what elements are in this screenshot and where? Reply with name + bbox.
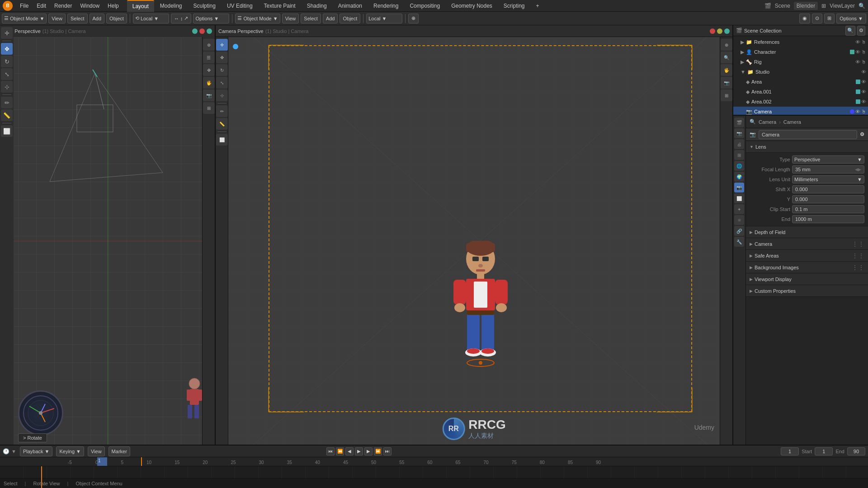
camera-name-input[interactable]: [759, 130, 857, 139]
transform-icons[interactable]: ↔ ↕ ↗: [171, 14, 192, 23]
studio-vis[interactable]: 👁: [861, 69, 866, 75]
vp-tool-1[interactable]: ⊕: [203, 39, 215, 51]
vp-r-tool-box[interactable]: ⬜: [216, 134, 228, 145]
camera-vis[interactable]: 👁: [855, 109, 860, 114]
camera-sel[interactable]: 🖱: [861, 109, 866, 114]
vp-tool-4[interactable]: 🖐: [203, 77, 215, 89]
props-tab-world[interactable]: 🌍: [734, 172, 744, 182]
menu-render[interactable]: Render: [51, 2, 75, 10]
shift-x-value[interactable]: 0.000: [792, 185, 864, 193]
clip-end-value[interactable]: 1000 m: [792, 215, 864, 223]
skip-end-btn[interactable]: ⏭: [383, 447, 392, 455]
xray-btn[interactable]: ⊞: [824, 14, 835, 23]
safe-areas-header[interactable]: ▶ Safe Areas ⋮⋮: [746, 250, 868, 262]
props-tab-view-layer[interactable]: ⊞: [734, 150, 744, 160]
viewport-left-canvas[interactable]: > Rotate: [0, 37, 215, 445]
props-tab-material[interactable]: ⬜: [734, 193, 744, 203]
scene-dropdown[interactable]: Blender: [794, 2, 818, 10]
vp-r-right-4[interactable]: 📷: [721, 77, 732, 89]
props-tab-object-data[interactable]: 📷: [734, 183, 744, 192]
menu-window[interactable]: Window: [76, 2, 103, 10]
vp-tool-2[interactable]: ☰: [203, 52, 215, 63]
annotate-tool[interactable]: ✏: [1, 97, 13, 108]
tab-scripting[interactable]: Scripting: [498, 0, 530, 12]
start-frame-input[interactable]: 1: [815, 447, 833, 455]
box-select-tool[interactable]: ⬜: [1, 125, 13, 137]
tab-uv-editing[interactable]: UV Editing: [222, 0, 258, 12]
vp-r-tool-trans[interactable]: ⊹: [216, 89, 228, 101]
rotate-tool-btn[interactable]: ↻: [1, 56, 13, 67]
cursor-tool[interactable]: ✛: [1, 27, 13, 39]
select-btn-right[interactable]: Select: [301, 14, 321, 23]
char-sel[interactable]: 🖱: [861, 49, 866, 55]
lens-section-header[interactable]: ▼ Lens: [746, 141, 868, 153]
bg-images-menu[interactable]: ⋮⋮: [852, 264, 864, 271]
vp-r-tool-cursor[interactable]: ✛: [216, 39, 228, 51]
camera-section-header[interactable]: ▶ Camera ⋮⋮: [746, 238, 868, 250]
playback-btn[interactable]: Playback ▼: [20, 446, 53, 456]
props-tab-particles[interactable]: ✦: [734, 204, 744, 214]
vp-r-tool-meas[interactable]: 📏: [216, 118, 228, 130]
rig-vis[interactable]: 👁: [855, 59, 860, 65]
outliner-add[interactable]: ⚙: [857, 26, 865, 36]
select-mode-left[interactable]: Options ▼: [193, 14, 229, 23]
vp-r-tool-rotate[interactable]: ↻: [216, 64, 228, 76]
area-vis[interactable]: 👁: [861, 79, 866, 84]
add-btn-left[interactable]: Add: [90, 14, 105, 23]
tab-geometry-nodes[interactable]: Geometry Nodes: [446, 0, 498, 12]
menu-help[interactable]: Help: [104, 2, 123, 10]
vp-display-header[interactable]: ▶ Viewport Display: [746, 273, 868, 285]
outliner-row-area002[interactable]: ◆ Area.002 👁: [733, 97, 868, 107]
breadcrumb-camera1[interactable]: Camera: [759, 119, 776, 125]
menu-edit[interactable]: Edit: [33, 2, 50, 10]
outliner-row-references[interactable]: ▶ 📁 References 👁 🖱: [733, 37, 868, 47]
area001-vis[interactable]: 👁: [861, 89, 866, 94]
vp-r-tool-scale[interactable]: ⤡: [216, 77, 228, 89]
focal-length-value[interactable]: 35 mm ◀▶: [792, 165, 864, 174]
menu-file[interactable]: File: [16, 2, 32, 10]
props-tab-scene2[interactable]: 🌐: [734, 161, 744, 171]
marker-btn[interactable]: Marker: [108, 446, 130, 456]
camera-canvas[interactable]: ⊕ 🔍 🖐 📷 ⊞: [228, 37, 732, 445]
viewport-left[interactable]: User Perspective (1) Studio | Camera ✛ ✥…: [0, 25, 216, 445]
bg-images-header[interactable]: ▶ Background Images ⋮⋮: [746, 262, 868, 273]
safe-areas-menu[interactable]: ⋮⋮: [852, 252, 864, 259]
tab-shading[interactable]: Shading: [302, 0, 332, 12]
vp-r-tool-ann[interactable]: ✏: [216, 105, 228, 117]
orientation-right[interactable]: Local ▼: [366, 14, 402, 23]
options-btn[interactable]: Options ▼: [836, 14, 866, 23]
search-icon[interactable]: 🔍: [859, 3, 865, 9]
outliner-row-character[interactable]: ▶ 👤 Character 👁 🖱: [733, 47, 868, 57]
snap-icons[interactable]: ⊕: [408, 14, 419, 23]
viewport-right[interactable]: Camera Perspective (1) Studio | Camera ✛…: [216, 25, 732, 445]
tab-add[interactable]: +: [531, 0, 545, 12]
end-frame-input[interactable]: 90: [847, 447, 865, 455]
area002-vis[interactable]: 👁: [861, 99, 866, 104]
shading-btn[interactable]: ◉: [799, 14, 810, 23]
app-logo[interactable]: B: [3, 1, 13, 11]
prev-frame-btn[interactable]: ⏪: [336, 447, 344, 455]
outliner-row-camera[interactable]: 📷 Camera 👁 🖱: [733, 107, 868, 116]
props-tab-render[interactable]: 📷: [734, 128, 744, 138]
current-frame-display[interactable]: 1: [781, 447, 799, 455]
view-btn-right[interactable]: View: [282, 14, 299, 23]
props-tab-scene[interactable]: 🎬: [734, 117, 744, 127]
camera-settings-icon[interactable]: ⚙: [860, 131, 864, 137]
tab-rendering[interactable]: Rendering: [368, 0, 404, 12]
shift-y-value[interactable]: 0.000: [792, 195, 864, 203]
rig-sel[interactable]: 🖱: [861, 59, 866, 65]
vp-tool-3[interactable]: ✥: [203, 64, 215, 76]
tab-texture-paint[interactable]: Texture Paint: [259, 0, 301, 12]
scale-tool[interactable]: ⤡: [1, 68, 13, 80]
keying-btn[interactable]: Keying ▼: [56, 446, 84, 456]
props-tab-output[interactable]: 🖨: [734, 139, 744, 149]
outliner-row-studio[interactable]: ▼ 📁 Studio 👁: [733, 67, 868, 77]
object-btn-left[interactable]: Object: [106, 14, 127, 23]
outliner-row-area001[interactable]: ◆ Area.001 👁: [733, 87, 868, 97]
play-btn[interactable]: ▶: [355, 447, 363, 455]
timeline-ruler[interactable]: -5 0 5 10 15 20 25 30 35 40 45 50 55 60 …: [0, 457, 868, 466]
vp-tool-6[interactable]: ⊞: [203, 102, 215, 114]
next-frame-btn[interactable]: ⏩: [374, 447, 382, 455]
props-tab-constraints[interactable]: 🔗: [734, 226, 744, 236]
object-btn-right[interactable]: Object: [340, 14, 360, 23]
